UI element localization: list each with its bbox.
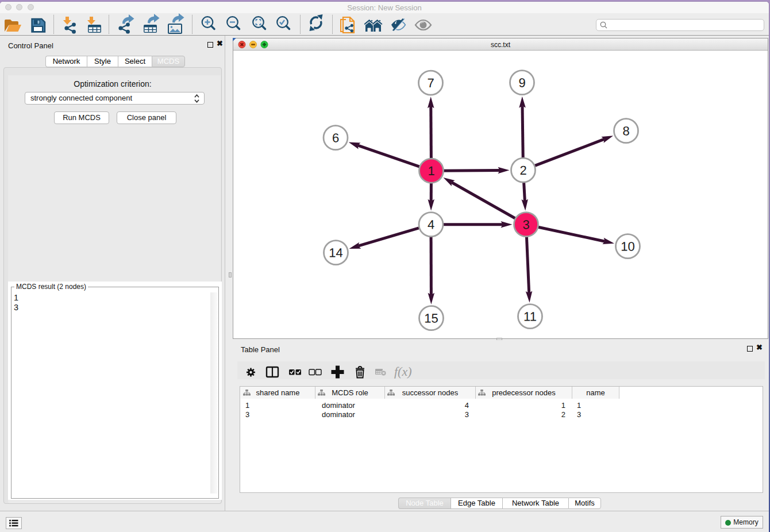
svg-text:4: 4 [428,217,434,232]
svg-text:11: 11 [523,309,537,323]
svg-text:2: 2 [519,163,526,178]
svg-text:1: 1 [428,164,434,178]
svg-text:f(x): f(x) [394,364,412,379]
svg-text:7: 7 [427,76,434,90]
svg-text:3: 3 [522,217,529,232]
svg-text:15: 15 [424,311,438,325]
svg-text:10: 10 [621,239,634,253]
svg-text:9: 9 [518,75,525,90]
svg-text:14: 14 [329,245,342,260]
svg-text:8: 8 [622,124,629,138]
svg-text:6: 6 [332,130,339,145]
